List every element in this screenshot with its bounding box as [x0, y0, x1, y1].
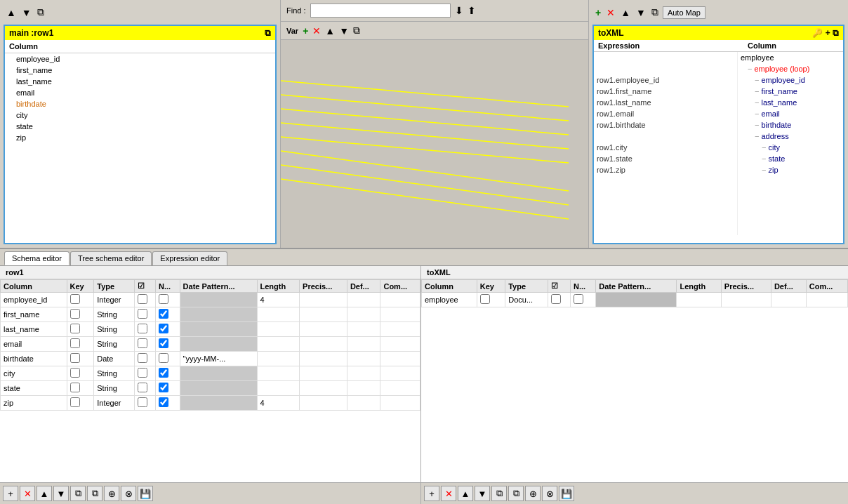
left-tb-copy2[interactable]: ⧉ — [87, 486, 102, 501]
key-checkbox[interactable] — [70, 294, 80, 304]
key-checkbox[interactable] — [70, 383, 80, 392]
left-tb-down[interactable]: ▼ — [53, 486, 69, 501]
left-box-icon: ⧉ — [265, 28, 271, 38]
checked-checkbox[interactable] — [138, 324, 147, 333]
col-header-type: Type — [94, 280, 134, 293]
var-up-button[interactable]: ▲ — [325, 25, 335, 37]
right-tb-icon1[interactable]: ⊕ — [525, 486, 541, 501]
right-add-button[interactable]: + — [594, 6, 602, 20]
right-copy-button[interactable]: ⧉ — [650, 5, 660, 20]
find-nav-down[interactable]: ⬇ — [455, 5, 463, 16]
checked-checkbox[interactable] — [138, 368, 147, 378]
right-schema: toXML Column Key Type ☑ N... Date Patter… — [421, 266, 848, 482]
key-checkbox[interactable] — [70, 324, 80, 333]
checked-checkbox[interactable] — [138, 338, 147, 348]
var-icon-button[interactable]: ⧉ — [353, 25, 360, 37]
left-tb-icon2[interactable]: ⊗ — [121, 486, 136, 501]
right-tb-copy2[interactable]: ⧉ — [508, 486, 524, 501]
left-row-last-name[interactable]: last_name — [5, 76, 275, 87]
left-row-first-name[interactable]: first_name — [5, 65, 275, 76]
left-tb-icon1[interactable]: ⊕ — [104, 486, 119, 501]
left-row-employee-id[interactable]: employee_id — [5, 53, 275, 65]
cell-default — [347, 352, 380, 366]
nullable-checkbox[interactable] — [159, 309, 168, 319]
cell-date-pattern — [180, 396, 257, 411]
right-tb-up[interactable]: ▲ — [458, 486, 473, 501]
find-label: Find : — [286, 6, 306, 15]
rkey-checkbox[interactable] — [480, 294, 490, 304]
right-bottom-toolbar: + ✕ ▲ ▼ ⧉ ⧉ ⊕ ⊗ 💾 — [421, 483, 848, 504]
cell-comment — [380, 396, 420, 411]
cell-nullable — [156, 352, 180, 366]
cell-col: city — [1, 366, 67, 381]
right-tb-del[interactable]: ✕ — [441, 486, 456, 501]
right-tb-save[interactable]: 💾 — [559, 486, 574, 501]
cell-default — [347, 366, 380, 381]
cell-col: zip — [1, 396, 67, 411]
svg-line-1 — [281, 95, 569, 121]
cell-nullable — [156, 396, 180, 411]
right-panel: + ✕ ▲ ▼ ⧉ Auto Map toXML 🔑 + ⧉ Expressio… — [588, 0, 848, 248]
right-up-button[interactable]: ▲ — [619, 6, 632, 20]
var-del-button[interactable]: ✕ — [312, 25, 321, 37]
left-up-button[interactable]: ▲ — [5, 6, 18, 20]
tab-expression-editor[interactable]: Expression editor — [152, 251, 227, 265]
cell-nullable — [156, 322, 180, 337]
right-tb-add[interactable]: + — [424, 486, 439, 501]
cell-key — [67, 366, 94, 381]
key-checkbox[interactable] — [70, 309, 80, 319]
left-tb-up[interactable]: ▲ — [37, 486, 52, 501]
left-tb-copy1[interactable]: ⧉ — [70, 486, 86, 501]
expr-row-empty2 — [597, 65, 734, 76]
col-header-column: Column — [1, 280, 67, 293]
right-del-button[interactable]: ✕ — [605, 6, 616, 20]
key-checkbox[interactable] — [70, 353, 80, 363]
key-checkbox[interactable] — [70, 368, 80, 378]
left-copy-button[interactable]: ⧉ — [36, 5, 46, 20]
tab-schema-editor[interactable]: Schema editor — [4, 251, 69, 265]
nullable-checkbox[interactable] — [159, 383, 168, 392]
left-panel: ▲ ▼ ⧉ main :row1 ⧉ Column employee_id fi… — [0, 0, 281, 248]
left-row-state[interactable]: state — [5, 121, 275, 132]
expr-row-state: row1.state — [597, 154, 734, 166]
left-down-button[interactable]: ▼ — [20, 6, 33, 20]
rcell-type: Docu... — [505, 293, 548, 307]
left-tb-save[interactable]: 💾 — [138, 486, 153, 501]
checked-checkbox[interactable] — [138, 294, 147, 304]
rchecked-checkbox[interactable] — [551, 294, 561, 304]
key-checkbox[interactable] — [70, 397, 80, 407]
left-row-zip[interactable]: zip — [5, 132, 275, 143]
var-add-button[interactable]: + — [303, 25, 308, 37]
left-row-birthdate[interactable]: birthdate — [5, 98, 275, 110]
checked-checkbox[interactable] — [138, 309, 147, 319]
rcell-comment — [806, 293, 847, 307]
left-tb-del[interactable]: ✕ — [20, 486, 35, 501]
right-down-button[interactable]: ▼ — [635, 6, 647, 20]
right-box-title: toXML — [598, 28, 624, 38]
var-down-button[interactable]: ▼ — [339, 25, 349, 37]
left-row-city[interactable]: city — [5, 110, 275, 121]
checked-checkbox[interactable] — [138, 397, 147, 407]
nullable-checkbox[interactable] — [159, 338, 168, 348]
left-tb-add[interactable]: + — [3, 486, 18, 501]
cell-type: String — [94, 322, 134, 337]
cell-default — [347, 307, 380, 322]
find-input[interactable] — [310, 4, 451, 18]
nullable-checkbox[interactable] — [159, 368, 168, 378]
nullable-checkbox[interactable] — [159, 397, 168, 407]
checked-checkbox[interactable] — [138, 383, 147, 392]
key-checkbox[interactable] — [70, 338, 80, 348]
left-schema: row1 Column Key Type ☑ N... Date Pattern… — [0, 266, 421, 482]
left-row-email[interactable]: email — [5, 87, 275, 98]
nullable-checkbox[interactable] — [159, 294, 168, 304]
auto-map-button[interactable]: Auto Map — [663, 6, 705, 19]
rnullable-checkbox[interactable] — [574, 294, 583, 304]
nullable-checkbox[interactable] — [159, 324, 168, 333]
checked-checkbox[interactable] — [138, 353, 147, 363]
nullable-checkbox[interactable] — [159, 353, 168, 363]
right-tb-down[interactable]: ▼ — [475, 486, 490, 501]
right-tb-icon2[interactable]: ⊗ — [542, 486, 557, 501]
find-nav-up[interactable]: ⬆ — [468, 5, 476, 16]
tab-tree-schema-editor[interactable]: Tree schema editor — [70, 251, 152, 265]
right-tb-copy1[interactable]: ⧉ — [491, 486, 507, 501]
